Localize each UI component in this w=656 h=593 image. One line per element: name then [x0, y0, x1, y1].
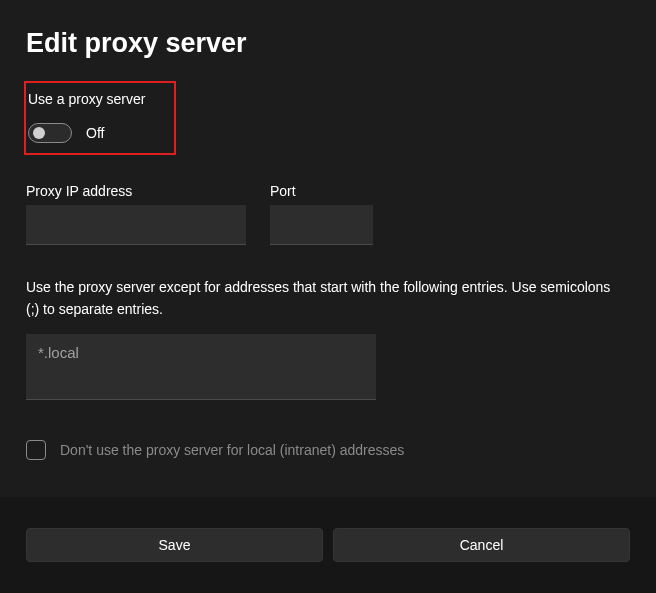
proxy-settings-dialog: Edit proxy server Use a proxy server Off… [0, 0, 656, 497]
proxy-toggle-state: Off [86, 125, 104, 141]
local-bypass-checkbox[interactable] [26, 440, 46, 460]
port-label: Port [270, 183, 373, 199]
save-button[interactable]: Save [26, 528, 323, 562]
proxy-toggle-label: Use a proxy server [28, 91, 168, 107]
ip-label: Proxy IP address [26, 183, 246, 199]
proxy-toggle-switch[interactable] [28, 123, 72, 143]
port-input-group: Port [270, 183, 373, 245]
proxy-toggle-row: Off [28, 123, 168, 143]
ip-input-group: Proxy IP address [26, 183, 246, 245]
local-bypass-row: Don't use the proxy server for local (in… [26, 440, 630, 460]
exceptions-description: Use the proxy server except for addresse… [26, 277, 626, 320]
proxy-toggle-highlight: Use a proxy server Off [24, 81, 176, 155]
dialog-title: Edit proxy server [26, 28, 630, 59]
toggle-knob-icon [33, 127, 45, 139]
cancel-button[interactable]: Cancel [333, 528, 630, 562]
dialog-footer: Save Cancel [0, 497, 656, 593]
exceptions-input[interactable] [26, 334, 376, 400]
address-port-row: Proxy IP address Port [26, 183, 630, 245]
proxy-port-input[interactable] [270, 205, 373, 245]
local-bypass-label: Don't use the proxy server for local (in… [60, 442, 404, 458]
proxy-ip-input[interactable] [26, 205, 246, 245]
